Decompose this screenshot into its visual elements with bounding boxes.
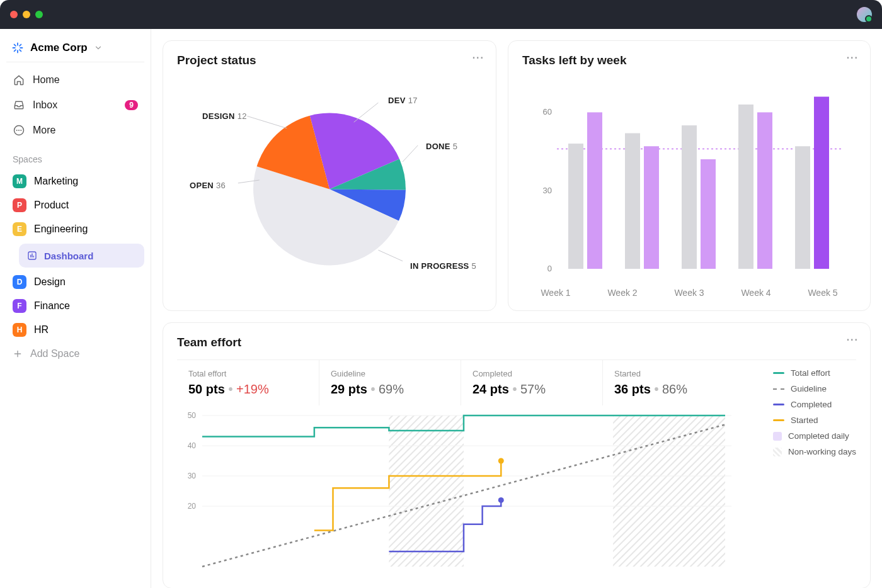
svg-rect-26	[389, 416, 464, 567]
inbox-badge: 9	[125, 100, 138, 110]
nav-inbox[interactable]: Inbox 9	[6, 93, 144, 118]
svg-text:30: 30	[188, 472, 197, 480]
space-name: Finance	[34, 300, 70, 312]
space-name: HR	[34, 324, 49, 336]
nav-inbox-label: Inbox	[33, 99, 57, 111]
inbox-icon	[13, 99, 25, 111]
project-status-title: Project status	[177, 54, 482, 67]
space-name: Engineering	[34, 223, 88, 235]
project-status-card: Project status ··· DESIGN12 OPEN36 DEV17…	[163, 40, 496, 311]
svg-rect-15	[587, 112, 602, 269]
workspace-name: Acme Corp	[30, 42, 88, 54]
dashboard-label: Dashboard	[44, 251, 93, 261]
minimize-window-button[interactable]	[23, 11, 30, 18]
more-icon	[13, 124, 25, 137]
maximize-window-button[interactable]	[35, 11, 43, 18]
svg-rect-17	[644, 146, 659, 269]
metric-guideline: Guideline 29 pts • 69%	[319, 360, 461, 405]
metric-started: Started 36 pts • 86%	[602, 360, 744, 405]
metric-completed: Completed 24 pts • 57%	[461, 360, 602, 405]
space-icon: D	[13, 275, 26, 289]
space-item-product[interactable]: PProduct	[6, 193, 144, 217]
dashboard-icon	[26, 250, 38, 261]
space-icon: P	[13, 198, 26, 212]
space-item-finance[interactable]: FFinance	[6, 294, 144, 318]
tasks-left-menu[interactable]: ···	[847, 52, 859, 64]
svg-rect-19	[701, 159, 716, 269]
svg-line-7	[354, 103, 379, 122]
project-status-pie	[177, 67, 482, 293]
svg-rect-18	[682, 125, 697, 269]
svg-line-9	[378, 250, 403, 261]
pie-label-dev: DEV17	[388, 96, 418, 105]
team-effort-legend: Total effort Guideline Completed Started…	[773, 368, 856, 463]
workspace-logo-icon	[11, 42, 24, 54]
workspace-switcher[interactable]: Acme Corp	[6, 38, 144, 62]
plus-icon	[13, 349, 23, 359]
svg-text:20: 20	[188, 502, 197, 511]
svg-text:60: 60	[543, 107, 552, 116]
team-effort-card: Team effort ··· Total effort Guideline C…	[163, 322, 871, 588]
space-icon: E	[13, 222, 26, 236]
space-name: Design	[34, 276, 66, 288]
tasks-left-title: Tasks left by week	[522, 54, 856, 67]
space-item-engineering[interactable]: EEngineering	[6, 217, 144, 241]
svg-point-2	[18, 130, 20, 131]
home-icon	[13, 74, 25, 86]
add-space-button[interactable]: Add Space	[6, 342, 144, 366]
space-icon: M	[13, 174, 26, 188]
close-window-button[interactable]	[10, 11, 18, 18]
space-name: Marketing	[34, 176, 78, 187]
effort-metrics: Total effort 50 pts • +19% Guideline 29 …	[177, 359, 856, 405]
sidebar: Acme Corp Home Inbox 9 More Spaces MMark…	[0, 29, 151, 588]
svg-point-1	[16, 130, 18, 131]
svg-line-5	[247, 116, 287, 128]
team-effort-title: Team effort	[177, 336, 856, 349]
pie-label-done: DONE5	[426, 142, 457, 151]
tasks-left-x-axis: Week 1Week 2Week 3Week 4Week 5	[522, 288, 856, 298]
tasks-left-card: Tasks left by week ··· 03060 Week 1Week …	[508, 40, 871, 311]
pie-label-design: DESIGN12	[202, 111, 247, 121]
space-item-design[interactable]: DDesign	[6, 270, 144, 294]
window-controls	[10, 11, 43, 18]
metric-total-effort: Total effort 50 pts • +19%	[177, 360, 319, 405]
tasks-left-chart: 03060	[522, 67, 856, 281]
svg-point-3	[20, 130, 21, 131]
svg-rect-23	[814, 97, 829, 269]
svg-text:40: 40	[188, 441, 197, 450]
user-avatar[interactable]	[857, 7, 872, 22]
svg-rect-27	[613, 416, 725, 567]
svg-text:0: 0	[547, 264, 552, 273]
space-subitem-dashboard[interactable]: Dashboard	[19, 244, 144, 268]
svg-rect-14	[568, 144, 583, 269]
team-effort-chart: 20304050	[177, 409, 731, 573]
space-icon: H	[13, 323, 26, 337]
space-item-hr[interactable]: HHR	[6, 318, 144, 342]
svg-rect-16	[625, 133, 640, 269]
add-space-label: Add Space	[30, 348, 79, 359]
svg-point-36	[498, 458, 504, 464]
pie-label-open: OPEN36	[190, 181, 226, 190]
main-content: Project status ··· DESIGN12 OPEN36 DEV17…	[151, 29, 882, 588]
space-icon: F	[13, 299, 26, 313]
space-item-marketing[interactable]: MMarketing	[6, 169, 144, 193]
chevron-down-icon	[94, 43, 103, 52]
team-effort-menu[interactable]: ···	[847, 334, 859, 346]
window-titlebar	[0, 0, 882, 29]
nav-home[interactable]: Home	[6, 67, 144, 93]
spaces-heading: Spaces	[6, 143, 144, 169]
pie-label-inprogress: IN PROGRESS5	[410, 261, 476, 271]
space-name: Product	[34, 200, 69, 211]
svg-text:50: 50	[188, 411, 197, 420]
svg-text:30: 30	[543, 186, 552, 195]
svg-rect-21	[757, 112, 772, 269]
nav-home-label: Home	[33, 74, 60, 86]
svg-line-8	[403, 145, 418, 162]
nav-more[interactable]: More	[6, 118, 144, 143]
svg-rect-22	[795, 146, 810, 269]
nav-more-label: More	[33, 125, 55, 136]
project-status-menu[interactable]: ···	[472, 52, 484, 64]
svg-rect-20	[738, 105, 753, 269]
svg-point-37	[498, 497, 504, 503]
